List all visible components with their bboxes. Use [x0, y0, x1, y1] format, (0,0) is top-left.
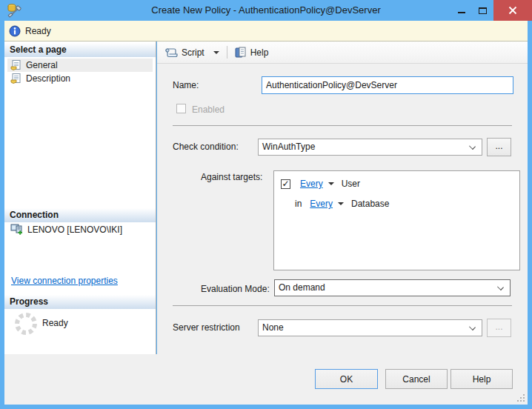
target-every-link[interactable]: Every	[300, 179, 323, 189]
target-row-user: ✓ Every User	[281, 179, 519, 189]
separator-line	[173, 125, 512, 126]
against-targets-label: Against targets:	[201, 172, 262, 182]
server-restriction-select[interactable]: None	[258, 319, 482, 336]
check-condition-value: WinAuthType	[262, 142, 315, 152]
enabled-checkbox[interactable]	[176, 104, 186, 113]
chevron-down-icon	[469, 143, 476, 150]
evaluation-mode-select[interactable]: On demand	[274, 279, 511, 296]
status-text: Ready	[25, 26, 51, 36]
connection-server-label: LENOVO [LENOVO\IKI]	[27, 225, 122, 235]
dropdown-arrow-icon[interactable]	[338, 202, 344, 205]
toolbar-separator	[227, 46, 227, 59]
script-button-label: Script	[182, 47, 205, 58]
target-type-label: Database	[351, 199, 389, 209]
help-footer-button[interactable]: Help	[450, 369, 513, 389]
close-button[interactable]	[493, 0, 532, 21]
check-condition-label: Check condition:	[173, 142, 239, 152]
footer: OK Cancel Help	[4, 354, 528, 405]
page-icon	[10, 59, 22, 71]
server-restriction-browse-button: ...	[487, 319, 511, 337]
script-dropdown-icon[interactable]	[213, 51, 219, 54]
progress-spinner-icon	[13, 311, 39, 336]
main-panel: Script Help Name: Enabled Check	[157, 41, 528, 354]
check-condition-browse-button[interactable]: ...	[487, 138, 511, 156]
target-checkbox[interactable]: ✓	[281, 179, 290, 189]
title-bar: Create New Policy - AuthenticationPolicy…	[0, 0, 532, 21]
connection-server: LENOVO [LENOVO\IKI]	[10, 224, 122, 235]
separator-line	[173, 305, 512, 306]
ok-button[interactable]: OK	[315, 369, 378, 389]
help-button[interactable]: Help	[230, 44, 273, 61]
sidebar: Select a page General Description Connec…	[4, 41, 156, 354]
server-restriction-value: None	[262, 322, 284, 333]
name-label: Name:	[173, 80, 199, 90]
page-icon	[10, 73, 22, 84]
view-connection-properties-link[interactable]: View connection properties	[11, 276, 118, 286]
evaluation-mode-label: Evaluation Mode:	[201, 284, 270, 294]
sidebar-item-general[interactable]: General	[7, 59, 153, 72]
against-targets-list: ✓ Every User in Every Database	[273, 170, 520, 270]
script-icon	[165, 47, 178, 58]
info-icon	[9, 25, 21, 37]
progress-header: Progress	[4, 295, 156, 309]
close-icon	[508, 6, 517, 15]
target-every-link[interactable]: Every	[310, 199, 333, 209]
target-row-database: in Every Database	[295, 199, 519, 209]
maximize-icon	[479, 7, 487, 14]
maximize-button[interactable]	[472, 0, 493, 21]
check-condition-select[interactable]: WinAuthType	[258, 139, 482, 156]
server-restriction-label: Server restriction	[173, 322, 240, 333]
chevron-down-icon	[469, 324, 476, 330]
target-in-label: in	[295, 199, 302, 209]
name-input[interactable]	[262, 76, 513, 94]
server-connection-icon	[10, 224, 23, 235]
script-button[interactable]: Script	[161, 44, 224, 60]
help-icon	[235, 47, 247, 59]
progress-status: Ready	[42, 318, 68, 328]
cancel-button[interactable]: Cancel	[385, 369, 448, 389]
status-bar: Ready	[4, 21, 528, 41]
target-type-label: User	[342, 179, 360, 189]
minimize-button[interactable]	[450, 0, 472, 21]
chevron-down-icon	[497, 284, 504, 290]
resize-grip-icon[interactable]	[516, 393, 526, 403]
enabled-label: Enabled	[192, 104, 225, 115]
toolbar: Script Help	[157, 41, 528, 64]
minimize-icon	[458, 12, 465, 13]
evaluation-mode-value: On demand	[279, 282, 325, 293]
create-policy-dialog: Create New Policy - AuthenticationPolicy…	[0, 0, 532, 409]
sidebar-item-label: General	[26, 60, 58, 70]
sidebar-item-label: Description	[26, 73, 70, 84]
connection-header: Connection	[4, 208, 156, 222]
dropdown-arrow-icon[interactable]	[328, 182, 334, 185]
sidebar-item-description[interactable]: Description	[7, 72, 153, 85]
select-a-page-header: Select a page	[4, 43, 156, 57]
help-button-label: Help	[250, 47, 269, 58]
